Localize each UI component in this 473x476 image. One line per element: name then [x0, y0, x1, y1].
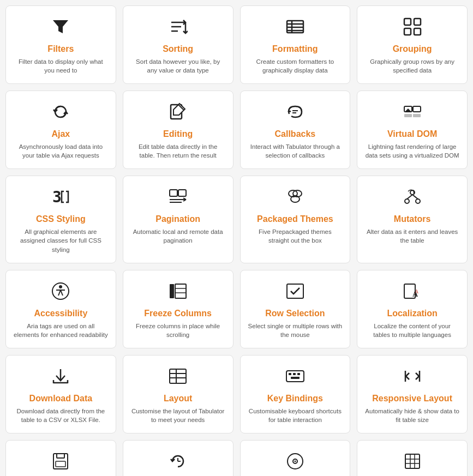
accessibility-title: Accessibility [34, 309, 87, 318]
card-ajax[interactable]: AjaxAsynchronously load data into your t… [5, 91, 116, 169]
svg-line-65 [406, 376, 409, 379]
css-styling-desc: All graphical elements are assigned clas… [14, 227, 108, 254]
mutators-title: Mutators [394, 214, 431, 224]
card-responsive-layout[interactable]: Responsive LayoutAutomatically hide & sh… [357, 355, 468, 433]
row-selection-desc: Select single or multiple rows with the … [248, 322, 343, 339]
card-filters[interactable]: FiltersFilter data to display only what … [5, 5, 116, 84]
svg-rect-72 [56, 461, 65, 467]
pagination-desc: Automatic local and remote data paginati… [131, 227, 225, 245]
svg-line-41 [58, 290, 61, 296]
responsive-layout-icon [403, 366, 422, 389]
card-editing[interactable]: EditingEdit table data directly in the t… [123, 91, 233, 169]
svg-rect-20 [404, 114, 412, 117]
packaged-themes-title: Packaged Themes [257, 214, 333, 224]
key-bindings-desc: Customisable keyboard shortcuts for tabl… [248, 407, 343, 424]
card-grouping[interactable]: GroupingGraphically group rows by any sp… [357, 5, 468, 84]
svg-rect-12 [404, 28, 411, 35]
navigation-icon [285, 451, 305, 474]
card-key-bindings[interactable]: Key BindingsCustomisable keyboard shortc… [240, 355, 351, 433]
svg-rect-10 [404, 19, 411, 25]
layout-title: Layout [164, 394, 192, 403]
css-styling-title: CSS Styling [36, 214, 86, 224]
column-calculations-icon [403, 451, 422, 474]
card-persistent-layout[interactable]: Persistent LayoutRemember user layout pr… [5, 440, 116, 476]
card-pagination[interactable]: PaginationAutomatic local and remote dat… [123, 176, 233, 263]
download-data-desc: Download data directly from the table to… [14, 407, 108, 424]
formatting-desc: Create custom formatters to graphically … [248, 57, 343, 75]
card-row-selection[interactable]: Row SelectionSelect single or multiple r… [240, 270, 351, 348]
packaged-themes-desc: Five Prepackaged themes straight out the… [248, 227, 343, 245]
mutators-desc: Alter data as it enters and leaves the t… [365, 227, 459, 245]
svg-rect-61 [293, 373, 296, 375]
card-mutators[interactable]: MutatorsAlter data as it enters and leav… [357, 176, 468, 263]
sorting-title: Sorting [163, 44, 193, 54]
svg-text:A: A [415, 288, 419, 294]
grouping-title: Grouping [393, 44, 432, 54]
card-formatting[interactable]: FormattingCreate custom formatters to gr… [240, 5, 351, 84]
sorting-icon [168, 17, 188, 40]
card-sorting[interactable]: SortingSort data however you like, by an… [123, 5, 233, 84]
card-freeze-columns[interactable]: Freeze ColumnsFreeze columns in place wh… [123, 270, 233, 348]
filters-icon [51, 17, 70, 40]
card-layout[interactable]: LayoutCustomise the layout of Tabulator … [123, 355, 233, 433]
svg-line-36 [407, 195, 412, 199]
svg-point-77 [294, 461, 296, 462]
svg-rect-60 [289, 373, 291, 375]
svg-line-64 [406, 373, 409, 376]
svg-rect-71 [57, 454, 64, 458]
row-selection-title: Row Selection [265, 309, 325, 318]
svg-point-39 [59, 285, 62, 288]
download-data-title: Download Data [29, 394, 93, 403]
card-css-styling[interactable]: 3 CSS StylingAll graphical elements are … [5, 176, 116, 263]
key-bindings-icon [285, 366, 305, 389]
sorting-desc: Sort data however you like, by any value… [131, 57, 225, 75]
history-icon [168, 451, 188, 474]
pagination-title: Pagination [155, 214, 200, 224]
grouping-icon [403, 17, 422, 40]
svg-rect-47 [287, 284, 303, 298]
card-packaged-themes[interactable]: Packaged ThemesFive Prepackaged themes s… [240, 176, 351, 263]
card-localization[interactable]: A A LocalizationLocalize the content of … [357, 270, 468, 348]
localization-desc: Localize the content of your tables to m… [365, 322, 459, 339]
svg-rect-62 [297, 373, 300, 375]
svg-point-35 [416, 199, 420, 203]
freeze-columns-title: Freeze Columns [144, 309, 212, 318]
card-column-calculations[interactable]: Column CalculationsCalculate max, min, a… [357, 440, 468, 476]
card-callbacks[interactable]: CallbacksInteract with Tabulator through… [240, 91, 351, 169]
accessibility-desc: Aria tags are used on all elements for e… [14, 322, 108, 339]
editing-title: Editing [163, 129, 193, 139]
svg-text:3: 3 [52, 188, 62, 206]
svg-point-34 [405, 199, 409, 203]
feature-grid: FiltersFilter data to display only what … [5, 5, 468, 476]
svg-rect-55 [170, 369, 186, 383]
virtual-dom-icon [403, 102, 422, 125]
layout-icon [168, 366, 188, 389]
card-accessibility[interactable]: AccessibilityAria tags are used on all e… [5, 270, 116, 348]
callbacks-title: Callbacks [275, 129, 316, 139]
svg-rect-19 [413, 106, 421, 112]
filters-desc: Filter data to display only what you nee… [14, 57, 108, 75]
callbacks-desc: Interact with Tabulator through a select… [248, 142, 343, 160]
card-download-data[interactable]: Download DataDownload data directly from… [5, 355, 116, 433]
ajax-title: Ajax [51, 129, 70, 139]
svg-rect-24 [170, 190, 177, 196]
pagination-icon [168, 187, 188, 210]
ajax-desc: Asynchronously load data into your table… [14, 142, 108, 160]
freeze-columns-icon [168, 281, 188, 304]
svg-rect-59 [286, 371, 304, 382]
card-history[interactable]: HistoryRecord user interactions and Undo… [123, 440, 233, 476]
svg-rect-25 [178, 190, 186, 196]
freeze-columns-desc: Freeze columns in place while scrolling [131, 322, 225, 339]
card-navigation[interactable]: NavigationNavigate focus around the tabl… [240, 440, 351, 476]
card-virtual-dom[interactable]: Virtual DOMLightning fast rendering of l… [357, 91, 468, 169]
download-data-icon [51, 366, 70, 389]
svg-rect-43 [170, 284, 174, 298]
accessibility-icon [51, 281, 70, 304]
ajax-icon [51, 102, 70, 125]
svg-line-66 [416, 373, 419, 376]
packaged-themes-icon [285, 187, 305, 210]
key-bindings-title: Key Bindings [267, 394, 323, 403]
virtual-dom-desc: Lightning fast rendering of large data s… [365, 142, 459, 160]
virtual-dom-title: Virtual DOM [387, 129, 437, 139]
mutators-icon [403, 187, 422, 210]
